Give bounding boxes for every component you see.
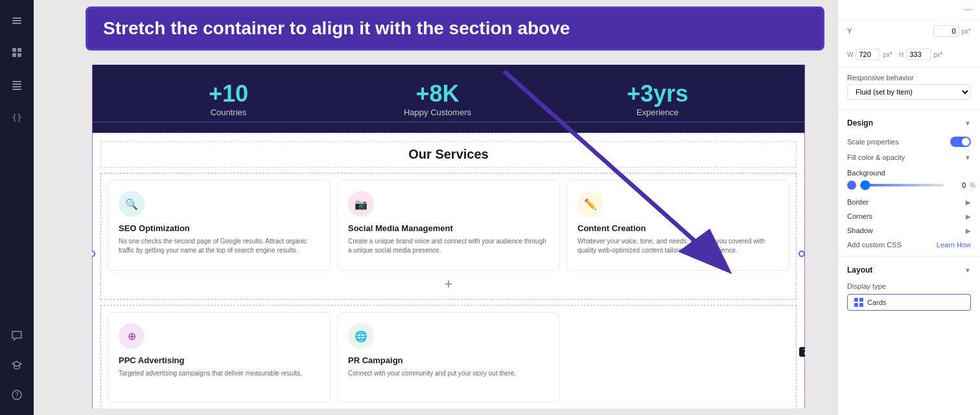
background-section: Background % (838, 166, 980, 195)
dims-section: W px* H px* (838, 46, 980, 63)
stats-section: +10 Countries +8K Happy Customers +3yrs … (92, 65, 805, 133)
h-unit: px* (933, 51, 942, 58)
left-sidebar: {} ? (0, 0, 34, 415)
seo-icon-wrapper: 🔍 (119, 191, 145, 217)
empty-card-slot (566, 312, 789, 403)
shadow-arrow: ▶ (966, 227, 971, 234)
grid-icon[interactable] (7, 43, 27, 62)
svg-rect-3 (12, 48, 16, 52)
fill-chevron: ▼ (964, 154, 971, 161)
layout-section-header[interactable]: Layout ▼ (838, 260, 980, 280)
academy-icon[interactable] (7, 355, 27, 375)
display-type-label: Display type (847, 282, 971, 290)
services-grid-bottom: ⊕ PPC Advertising Targeted advertising c… (100, 305, 797, 409)
stat-experience: +3yrs Experience (627, 80, 688, 117)
stat-number-customers: +8K (404, 80, 471, 107)
svg-rect-5 (12, 53, 16, 57)
responsive-select[interactable]: Fluid (set by Item) (847, 84, 971, 100)
bg-color-dot[interactable] (847, 181, 856, 190)
help-icon[interactable]: ? (7, 385, 27, 405)
border-row[interactable]: Border ▶ (838, 195, 980, 209)
content-icon-wrapper: ✏️ (578, 191, 603, 217)
cards-label: Cards (867, 298, 886, 306)
responsive-label: Responsive behavior (847, 74, 971, 84)
layout-title: Layout (847, 265, 872, 275)
learn-how-link[interactable]: Learn How (937, 241, 971, 249)
add-card-row: + (108, 271, 789, 293)
svg-rect-6 (18, 53, 21, 57)
bg-percent: % (970, 182, 975, 189)
content-icon: ✏️ (584, 198, 597, 210)
bg-slider-row: % (847, 181, 971, 190)
stat-label-customers: Happy Customers (404, 107, 471, 117)
bg-value-input[interactable] (948, 181, 966, 189)
fill-color-section[interactable]: Fill color & opacity ▼ (838, 151, 980, 166)
stat-countries: +10 Countries (209, 80, 248, 117)
stat-customers: +8K Happy Customers (404, 80, 471, 117)
social-icon: 📷 (355, 198, 368, 210)
scale-toggle[interactable] (950, 137, 971, 147)
fill-label: Fill color & opacity (847, 153, 905, 161)
ppc-icon: ⊕ (128, 330, 136, 342)
layout-chevron: ▼ (964, 267, 971, 274)
w-unit: px* (883, 51, 892, 58)
guide-right (804, 65, 805, 409)
shadow-label: Shadow (847, 227, 873, 234)
design-title: Design (847, 118, 873, 128)
border-label: Border (847, 198, 869, 206)
ppc-title: PPC Advertising (119, 355, 320, 365)
y-unit: px* (962, 28, 971, 35)
scale-label: Scale properties (847, 138, 899, 146)
scale-properties-row: Scale properties (838, 133, 980, 151)
panel-more-icon[interactable]: ··· (964, 4, 972, 16)
h-input[interactable] (906, 49, 931, 60)
svg-text:?: ? (15, 392, 19, 399)
svg-rect-2 (12, 23, 21, 24)
corners-row[interactable]: Corners ▶ (838, 209, 980, 223)
comment-icon[interactable] (7, 326, 27, 345)
bg-label: Background (847, 169, 971, 177)
handle-right[interactable] (799, 251, 805, 257)
table-icon[interactable] (7, 75, 27, 95)
services-container: Our Services 🔍 SEO Optimization No one c… (92, 133, 805, 409)
design-chevron: ▼ (964, 120, 971, 127)
h-label: H (899, 51, 904, 58)
add-card-button[interactable]: + (445, 276, 453, 293)
svg-rect-0 (12, 17, 21, 19)
y-coord-row: Y px* (847, 25, 971, 37)
responsive-behavior-section: Responsive behavior Fluid (set by Item) (838, 71, 980, 105)
design-section-header[interactable]: Design ▼ (838, 113, 980, 133)
svg-rect-8 (12, 84, 21, 85)
layers-icon[interactable] (7, 10, 27, 30)
y-label: Y (847, 27, 852, 35)
svg-rect-1 (12, 20, 21, 21)
content-desc: Whatever your voice, tone, and needs, we… (578, 237, 778, 255)
stat-number-countries: +10 (209, 80, 248, 107)
guide-left (92, 65, 93, 409)
services-title: Our Services (100, 141, 797, 168)
svg-rect-4 (18, 48, 21, 52)
shadow-row[interactable]: Shadow ▶ (838, 223, 980, 238)
display-type-section: Display type Cards (838, 280, 980, 316)
y-input[interactable] (933, 25, 959, 37)
add-css-label: Add custom CSS (847, 241, 902, 249)
service-card-content: ✏️ Content Creation Whatever your voice,… (566, 180, 789, 271)
cards-grid-icon (854, 298, 863, 307)
social-title: Social Media Management (348, 223, 549, 233)
social-icon-wrapper: 📷 (348, 191, 374, 217)
code-icon[interactable]: {} (7, 107, 27, 127)
cards-display-button[interactable]: Cards (847, 294, 971, 311)
right-panel: ··· Y px* W px* H px* Responsive behavio… (837, 0, 980, 415)
svg-rect-7 (12, 81, 21, 82)
stat-label-countries: Countries (209, 107, 248, 117)
stat-label-experience: Experience (627, 107, 688, 117)
coord-section: Y px* (838, 20, 980, 46)
services-grid-top: 🔍 SEO Optimization No one checks the sec… (100, 173, 797, 300)
corners-label: Corners (847, 212, 872, 220)
seo-icon: 🔍 (125, 198, 138, 210)
pr-desc: Connect with your community and put your… (348, 369, 549, 378)
bg-slider[interactable] (860, 184, 944, 186)
add-css-row: Add custom CSS Learn How (838, 238, 980, 252)
w-input[interactable] (856, 49, 880, 60)
w-label: W (847, 51, 853, 58)
